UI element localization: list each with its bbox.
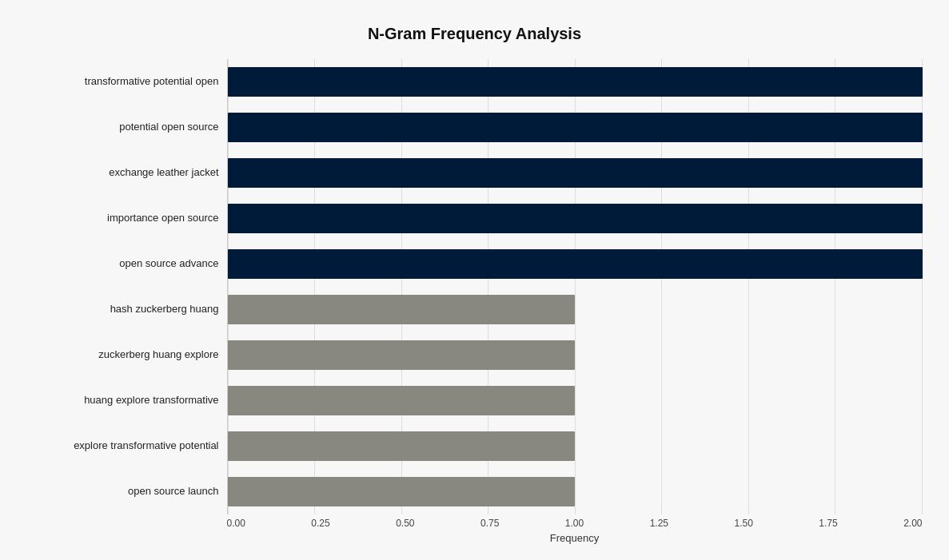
y-labels: transformative potential openpotential o… xyxy=(27,59,227,514)
x-tick: 1.00 xyxy=(565,518,584,529)
y-label: zuckerberg huang explore xyxy=(27,348,219,361)
bar xyxy=(228,204,923,233)
bar-row xyxy=(228,292,923,328)
y-label: explore transformative potential xyxy=(27,439,219,452)
x-tick: 1.50 xyxy=(734,518,752,529)
bar-row xyxy=(228,155,923,191)
x-tick: 1.75 xyxy=(819,518,837,529)
bar xyxy=(228,249,923,279)
y-label: exchange leather jacket xyxy=(27,166,219,179)
x-axis-label: Frequency xyxy=(227,532,923,544)
bar xyxy=(228,295,576,324)
y-label: importance open source xyxy=(27,212,219,224)
y-label: huang explore transformative xyxy=(27,394,219,407)
bar-row xyxy=(228,109,923,145)
bars-and-grid xyxy=(227,59,923,514)
bar xyxy=(228,113,923,142)
chart-area: transformative potential openpotential o… xyxy=(27,59,923,514)
bar xyxy=(228,158,923,188)
bar-row xyxy=(228,201,923,236)
bar-row xyxy=(228,383,923,419)
x-tick: 2.00 xyxy=(903,518,922,529)
bar-row xyxy=(228,474,923,510)
x-tick: 0.25 xyxy=(311,518,329,529)
chart-title: N-Gram Frequency Analysis xyxy=(27,25,923,43)
x-tick: 0.75 xyxy=(480,518,499,529)
y-label: open source advance xyxy=(27,257,219,270)
y-label: open source launch xyxy=(27,485,219,498)
bar xyxy=(228,477,576,506)
bar-row xyxy=(228,64,923,100)
x-tick: 0.00 xyxy=(227,518,245,529)
x-tick: 1.25 xyxy=(650,518,668,529)
bar-row xyxy=(228,246,923,282)
bars-wrapper xyxy=(228,59,923,514)
bar xyxy=(228,386,576,415)
bar-row xyxy=(228,337,923,373)
bar xyxy=(228,67,923,97)
x-axis: 0.000.250.500.751.001.251.501.752.00 xyxy=(227,513,923,529)
bottom-area: 0.000.250.500.751.001.251.501.752.00 Fre… xyxy=(27,513,923,544)
bar-row xyxy=(228,428,923,464)
y-label: transformative potential open xyxy=(27,75,219,88)
y-label: potential open source xyxy=(27,121,219,133)
bar xyxy=(228,340,576,370)
x-tick: 0.50 xyxy=(396,518,414,529)
chart-container: N-Gram Frequency Analysis transformative… xyxy=(11,9,939,552)
bar xyxy=(228,431,576,461)
y-label: hash zuckerberg huang xyxy=(27,303,219,316)
